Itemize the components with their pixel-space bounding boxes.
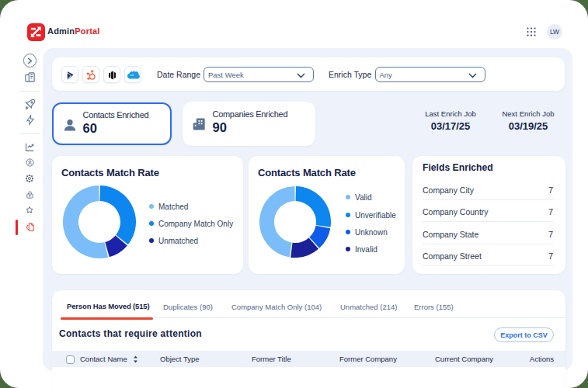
svg-text:sale: sale	[130, 74, 134, 77]
